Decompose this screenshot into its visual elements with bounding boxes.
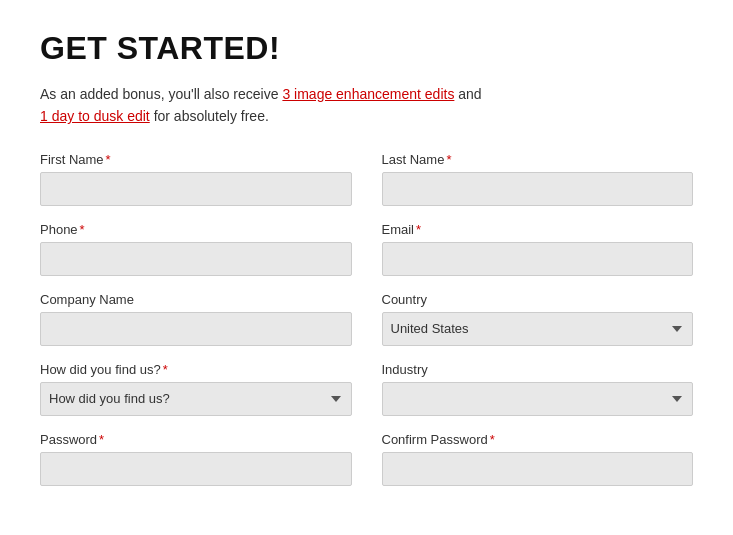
last-name-group: Last Name*: [382, 152, 694, 206]
phone-group: Phone*: [40, 222, 352, 276]
country-group: Country United States Canada United King…: [382, 292, 694, 346]
how-find-us-select[interactable]: How did you find us? Google Social Media…: [40, 382, 352, 416]
industry-group: Industry Real Estate Architecture Photog…: [382, 362, 694, 416]
form-grid: First Name* Last Name* Phone* Email*: [40, 152, 693, 486]
registration-form: First Name* Last Name* Phone* Email*: [40, 152, 693, 486]
how-find-us-group: How did you find us?* How did you find u…: [40, 362, 352, 416]
phone-label: Phone*: [40, 222, 352, 237]
intro-suffix: for absolutely free.: [154, 108, 269, 124]
first-name-required: *: [106, 152, 111, 167]
password-group: Password*: [40, 432, 352, 486]
intro-mid: and: [458, 86, 481, 102]
industry-select[interactable]: Real Estate Architecture Photography Oth…: [382, 382, 694, 416]
country-select[interactable]: United States Canada United Kingdom Aust…: [382, 312, 694, 346]
company-name-label: Company Name: [40, 292, 352, 307]
link-day-dusk[interactable]: 1 day to dusk edit: [40, 108, 150, 124]
how-find-required: *: [163, 362, 168, 377]
confirm-password-label: Confirm Password*: [382, 432, 694, 447]
last-name-required: *: [446, 152, 451, 167]
industry-label: Industry: [382, 362, 694, 377]
company-name-group: Company Name: [40, 292, 352, 346]
how-find-us-label: How did you find us?*: [40, 362, 352, 377]
page-title: GET STARTED!: [40, 30, 693, 67]
country-label: Country: [382, 292, 694, 307]
confirm-password-group: Confirm Password*: [382, 432, 694, 486]
last-name-label: Last Name*: [382, 152, 694, 167]
password-label: Password*: [40, 432, 352, 447]
email-label: Email*: [382, 222, 694, 237]
first-name-group: First Name*: [40, 152, 352, 206]
intro-paragraph: As an added bonus, you'll also receive 3…: [40, 83, 693, 128]
confirm-password-required: *: [490, 432, 495, 447]
email-input[interactable]: [382, 242, 694, 276]
email-required: *: [416, 222, 421, 237]
first-name-label: First Name*: [40, 152, 352, 167]
intro-prefix: As an added bonus, you'll also receive: [40, 86, 282, 102]
last-name-input[interactable]: [382, 172, 694, 206]
phone-required: *: [80, 222, 85, 237]
link-image-edits[interactable]: 3 image enhancement edits: [282, 86, 454, 102]
password-input[interactable]: [40, 452, 352, 486]
company-name-input[interactable]: [40, 312, 352, 346]
confirm-password-input[interactable]: [382, 452, 694, 486]
email-group: Email*: [382, 222, 694, 276]
first-name-input[interactable]: [40, 172, 352, 206]
phone-input[interactable]: [40, 242, 352, 276]
password-required: *: [99, 432, 104, 447]
